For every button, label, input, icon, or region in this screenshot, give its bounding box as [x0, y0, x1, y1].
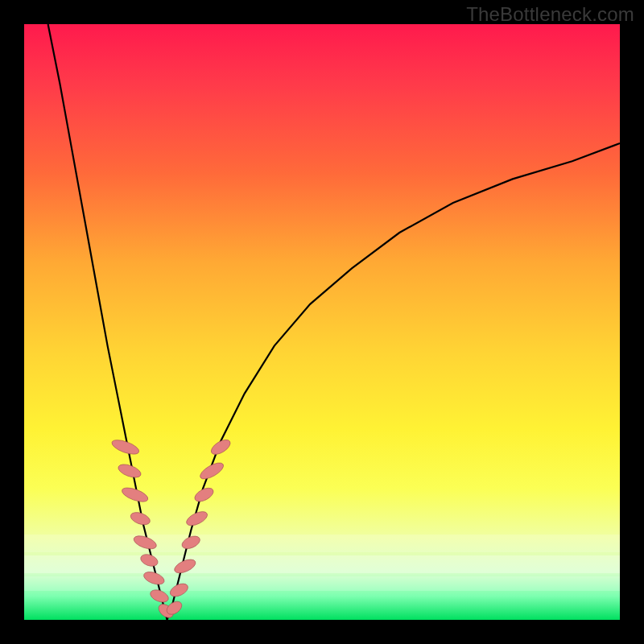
curve-left-branch — [48, 24, 167, 620]
curve-right-branch — [167, 143, 620, 620]
bead-marker — [117, 462, 142, 481]
watermark-text: TheBottleneck.com — [466, 3, 634, 26]
bead-marker — [142, 569, 167, 587]
bead-marker — [180, 534, 202, 551]
bead-marker — [120, 485, 150, 505]
bead-marker — [139, 552, 159, 568]
bead-marker — [172, 557, 197, 576]
bead-group — [110, 437, 233, 621]
chart-svg — [24, 24, 620, 620]
plot-area — [24, 24, 620, 620]
outer-frame: TheBottleneck.com — [0, 0, 644, 644]
bead-marker — [132, 533, 158, 551]
bead-marker — [110, 437, 141, 457]
bead-marker — [168, 581, 190, 599]
